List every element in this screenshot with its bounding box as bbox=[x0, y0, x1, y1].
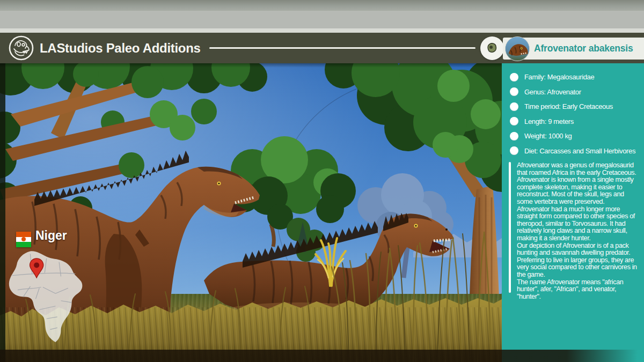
stat-weight: Weight: 1000 kg bbox=[510, 129, 644, 144]
info-panel: Family: Megalosauridae Genus: Afrovenato… bbox=[502, 63, 644, 362]
title-divider-line bbox=[209, 47, 475, 49]
mod-showcase-screen: LAStudios Paleo Additions bbox=[0, 0, 644, 362]
niger-flag-icon bbox=[16, 232, 31, 247]
stat-length: Length: 9 meters bbox=[510, 114, 644, 129]
bullet-circle-icon bbox=[510, 132, 518, 141]
species-selector[interactable]: Afrovenator abakensis bbox=[503, 38, 644, 60]
dino-skull-icon bbox=[9, 35, 34, 61]
top-light-strip bbox=[0, 28, 644, 33]
page-title: LAStudios Paleo Additions bbox=[40, 33, 201, 63]
stat-diet: Diet: Carcasses and Small Herbivores bbox=[510, 144, 644, 159]
bullet-circle-icon bbox=[510, 87, 518, 96]
afrovenator-thumbnail bbox=[505, 36, 530, 61]
showcase-photo: Niger bbox=[0, 63, 502, 362]
location-label: Niger bbox=[35, 228, 67, 243]
mod-logo bbox=[9, 35, 34, 61]
stat-time-period: Time period: Early Cretaceous bbox=[510, 99, 644, 114]
bottom-bar bbox=[0, 350, 644, 362]
stat-genus: Genus: Afrovenator bbox=[510, 85, 644, 100]
search-button[interactable] bbox=[480, 36, 504, 60]
top-gray-bar bbox=[0, 11, 644, 28]
header-bar: LAStudios Paleo Additions bbox=[0, 33, 644, 63]
africa-map bbox=[3, 247, 93, 348]
species-name: Afrovenator abakensis bbox=[534, 43, 633, 54]
flag-orange-stripe bbox=[16, 232, 31, 237]
description-text: Afrovenator was a genus of megalosaurid … bbox=[517, 162, 639, 300]
flag-white-stripe bbox=[16, 237, 31, 242]
top-gradient-bar bbox=[0, 0, 644, 11]
description-accent-bar bbox=[509, 162, 511, 293]
bullet-circle-icon bbox=[510, 73, 518, 82]
egg-icon bbox=[484, 40, 500, 56]
species-description: Afrovenator was a genus of megalosaurid … bbox=[509, 162, 644, 300]
stat-family: Family: Megalosauridae bbox=[510, 70, 644, 85]
bullet-circle-icon bbox=[510, 146, 518, 155]
flag-sun-disc bbox=[21, 237, 26, 241]
bullet-circle-icon bbox=[510, 117, 518, 125]
bullet-circle-icon bbox=[510, 102, 518, 111]
stats-list: Family: Megalosauridae Genus: Afrovenato… bbox=[502, 63, 644, 158]
